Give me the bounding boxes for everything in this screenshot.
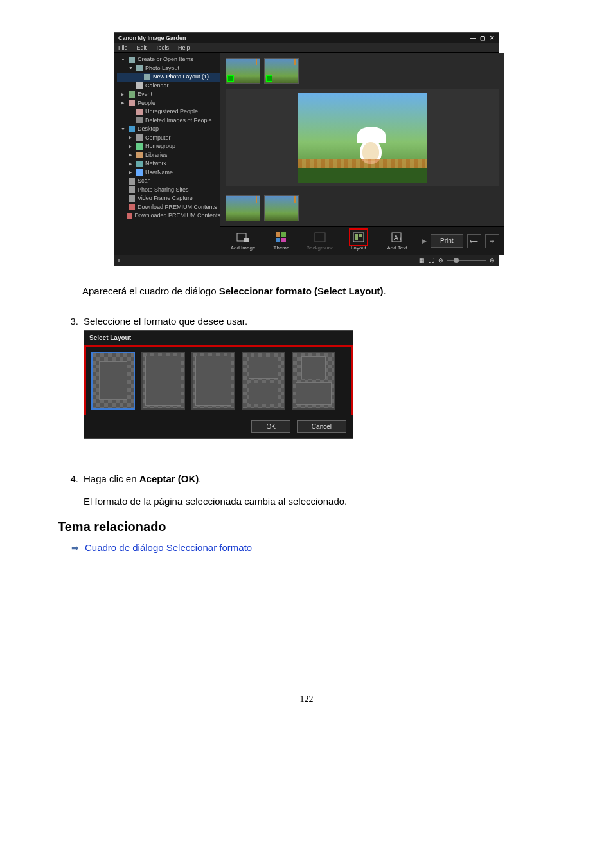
tree-item[interactable]: Photo Sharing Sites <box>117 186 220 195</box>
tree-node-icon <box>136 109 143 115</box>
menubar: File Edit Tools Help <box>114 43 499 53</box>
minimize-icon[interactable]: — <box>470 35 476 41</box>
menu-file[interactable]: File <box>118 44 128 51</box>
tree-item[interactable]: New Photo Layout (1) <box>117 73 220 82</box>
page-thumbnail[interactable] <box>264 58 299 84</box>
tree-item[interactable]: Deleted Images of People <box>117 116 220 125</box>
fullscreen-icon[interactable]: ⛶ <box>429 257 434 264</box>
info-icon[interactable]: i <box>118 257 120 264</box>
svg-text:A: A <box>394 234 398 241</box>
chevron-right-icon[interactable]: ▶ <box>422 238 427 244</box>
zoom-slider[interactable] <box>447 260 486 261</box>
tree-label: Photo Sharing Sites <box>138 186 189 195</box>
dialog-title: Select Layout <box>84 331 353 345</box>
chevron-down-icon[interactable]: ▼ <box>121 126 126 133</box>
chevron-right-icon[interactable]: ▶ <box>129 143 134 150</box>
tree-node-icon <box>129 126 135 132</box>
close-icon[interactable]: ✕ <box>490 35 495 41</box>
chevron-right-icon[interactable]: ▶ <box>121 91 126 98</box>
prev-page-button[interactable]: ⟵ <box>467 234 481 248</box>
tree-item[interactable]: ▶Homegroup <box>117 142 220 151</box>
select-layout-dialog: Select Layout <box>84 330 353 439</box>
tree-item[interactable]: ▶Libraries <box>117 151 220 160</box>
tree-item[interactable]: Calendar <box>117 82 220 91</box>
ok-button[interactable]: OK <box>251 420 290 433</box>
tree-label: Libraries <box>145 151 168 160</box>
layout-option[interactable] <box>91 352 135 410</box>
svg-rect-3 <box>281 232 286 237</box>
tree-label: Downloaded PREMIUM Contents <box>134 212 220 221</box>
tree-item[interactable]: ▶Event <box>117 90 220 99</box>
layout-option[interactable] <box>292 352 335 410</box>
chevron-down-icon[interactable]: ▼ <box>121 57 126 64</box>
tree-item[interactable]: ▼Create or Open Items <box>117 55 220 64</box>
tree-item[interactable]: Downloaded PREMIUM Contents <box>117 212 220 221</box>
page-thumbnail[interactable] <box>226 195 260 221</box>
tree-item[interactable]: ▼Photo Layout <box>117 64 220 73</box>
tree-item[interactable]: ▶People <box>117 99 220 108</box>
zoom-in-icon[interactable]: ⊕ <box>490 257 495 264</box>
tree-label: Download PREMIUM Contents <box>138 203 217 212</box>
related-link-row: ➡ Cuadro de diálogo Seleccionar formato <box>71 542 555 553</box>
tree-label: Network <box>145 159 166 168</box>
dialog-appears-text: Aparecerá el cuadro de diálogo Seleccion… <box>82 285 555 296</box>
related-link[interactable]: Cuadro de diálogo Seleccionar formato <box>85 542 252 553</box>
arrow-right-icon: ➡ <box>71 543 80 552</box>
layout-option[interactable] <box>141 352 185 410</box>
tree-label: People <box>138 99 155 108</box>
chevron-right-icon[interactable]: ▶ <box>129 152 134 159</box>
step-text: Haga clic en Aceptar (OK). <box>84 473 555 484</box>
tree-node-icon <box>129 204 135 210</box>
app-title: Canon My Image Garden <box>118 35 186 41</box>
tree-node-icon <box>136 82 143 89</box>
layout-option[interactable] <box>191 352 235 410</box>
cancel-button[interactable]: Cancel <box>297 420 346 433</box>
tree-label: Create or Open Items <box>138 55 193 64</box>
chevron-right-icon[interactable]: ▶ <box>129 134 134 141</box>
tree-item[interactable]: ▶Computer <box>117 134 220 143</box>
tree-item[interactable]: Scan <box>117 177 220 186</box>
app-window: Canon My Image Garden — ▢ ✕ File Edit To… <box>114 32 499 266</box>
add-text-button[interactable]: A+ Add Text <box>380 231 414 251</box>
chevron-right-icon[interactable]: ▶ <box>129 161 134 168</box>
tree-item[interactable]: Download PREMIUM Contents <box>117 203 220 212</box>
tree-node-icon <box>127 213 132 219</box>
tree-node-icon <box>144 74 150 80</box>
layout-grid <box>86 347 351 415</box>
theme-button[interactable]: Theme <box>264 231 299 251</box>
menu-edit[interactable]: Edit <box>137 44 147 51</box>
main-area: Add Image Theme Background Layout A+ Add… <box>220 53 504 255</box>
chevron-right-icon[interactable]: ▶ <box>129 169 134 176</box>
add-image-button[interactable]: Add Image <box>226 231 260 251</box>
tree-item[interactable]: Video Frame Capture <box>117 194 220 203</box>
menu-help[interactable]: Help <box>178 44 190 51</box>
tree-label: Photo Layout <box>145 64 179 73</box>
tree-item[interactable]: ▶Network <box>117 159 220 168</box>
tree-item[interactable]: ▼Desktop <box>117 125 220 134</box>
thumbnail-mode-icon[interactable]: ▦ <box>419 257 425 264</box>
layout-option[interactable] <box>242 352 285 410</box>
maximize-icon[interactable]: ▢ <box>480 35 486 41</box>
page-thumbnail[interactable] <box>226 58 260 84</box>
svg-rect-6 <box>315 233 325 242</box>
tree-node-icon <box>129 57 135 63</box>
zoom-out-icon[interactable]: ⊖ <box>438 257 443 264</box>
chevron-down-icon[interactable]: ▼ <box>129 65 134 72</box>
layout-preview[interactable] <box>226 89 499 186</box>
chevron-right-icon[interactable]: ▶ <box>121 100 126 107</box>
tree-node-icon <box>129 195 135 202</box>
tool-label: Theme <box>274 245 290 251</box>
tree-node-icon <box>136 117 143 123</box>
tree-node-icon <box>129 178 135 185</box>
tree-item[interactable]: ▶UserName <box>117 168 220 177</box>
page-thumbnail[interactable] <box>264 195 299 221</box>
menu-tools[interactable]: Tools <box>155 44 169 51</box>
next-page-button[interactable]: ➔ <box>485 234 499 248</box>
print-button[interactable]: Print <box>431 234 463 248</box>
tree-item[interactable]: Unregistered People <box>117 107 220 116</box>
svg-text:+: + <box>399 236 402 242</box>
bottom-toolbar: Add Image Theme Background Layout A+ Add… <box>220 226 504 255</box>
layout-button[interactable]: Layout <box>341 231 376 251</box>
related-heading: Tema relacionado <box>58 520 555 534</box>
dialog-footer: OK Cancel <box>84 415 353 438</box>
